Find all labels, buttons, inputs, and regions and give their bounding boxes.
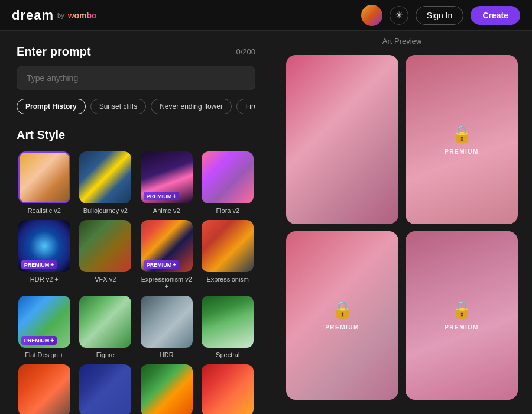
prompt-input[interactable] [17,66,255,90]
logo-by: by [57,12,64,19]
logo-dream: dream [12,8,54,23]
art-style-title: Art Style [17,128,255,142]
art-label-vfx-v2: VFX v2 [95,276,116,283]
art-label-realistic-v2: Realistic v2 [28,207,61,214]
art-thumb-figure [79,296,131,348]
art-item-flora-v2[interactable]: Flora v2 [200,151,256,214]
art-label-figure: Figure [96,351,115,358]
preview-card-1 [286,55,398,224]
art-thumb-buliojourney-v2 [79,151,131,203]
art-item-hdr-v2[interactable]: PREMIUM HDR v2 + [17,220,72,290]
preview-card-2: 🔒 PREMIUM [406,55,518,224]
main-layout: Enter prompt 0/200 Prompt History Sunset… [0,31,532,414]
logo: dream by wombo [12,8,97,23]
art-label-flora-v2: Flora v2 [216,207,239,214]
art-thumb-hdr [141,296,193,348]
art-thumb-expressionism [202,220,254,272]
premium-label-card2: PREMIUM [445,148,479,155]
art-thumb-row4a [18,364,70,414]
lock-icon-card3: 🔒 [332,300,353,319]
art-item-buliojourney-v2[interactable]: Buliojourney v2 [78,151,134,214]
prompt-counter: 0/200 [236,47,255,56]
art-item-vfx-v2[interactable]: VFX v2 [78,220,134,290]
art-thumb-row4d [202,364,254,414]
preview-grid: 🔒 PREMIUM 🔒 PREMIUM 🔒 PREMIUM [286,55,518,400]
art-thumb-expressionism-v2: PREMIUM [141,220,193,272]
art-thumb-vfx-v2 [79,220,131,272]
art-item-flat-design[interactable]: PREMIUM Flat Design + [17,296,72,358]
art-label-flat-design: Flat Design + [25,351,63,358]
left-panel: Enter prompt 0/200 Prompt History Sunset… [0,31,272,414]
art-item-expressionism-v2[interactable]: PREMIUM Expressionism v2 + [139,220,194,290]
art-style-grid: Realistic v2 Buliojourney v2 PREMIUM Ani… [17,151,255,414]
theme-toggle-icon[interactable]: ☀ [390,6,408,25]
art-label-hdr: HDR [160,351,174,358]
art-item-figure[interactable]: Figure [78,296,134,358]
art-thumb-flora-v2 [202,151,254,203]
art-thumb-row4b [79,364,131,414]
art-item-hdr[interactable]: HDR [139,296,194,358]
lock-icon-card2: 🔒 [452,124,472,144]
art-item-anime-v2[interactable]: PREMIUM Anime v2 [139,151,194,214]
prompt-title: Enter prompt [17,45,91,59]
avatar[interactable] [361,5,382,26]
premium-badge-hdr-v2: PREMIUM [21,260,57,269]
art-label-expressionism-v2: Expressionism v2 + [139,276,194,290]
premium-label-card4: PREMIUM [445,324,479,331]
art-label-buliojourney-v2: Buliojourney v2 [83,207,128,214]
tag-sunset-cliffs[interactable]: Sunset cliffs [90,99,146,114]
prompt-header: Enter prompt 0/200 [17,45,255,59]
tag-never-ending-flower[interactable]: Never ending flower [151,99,232,114]
art-label-expressionism: Expressionism [206,276,249,283]
premium-badge-expressionism-v2: PREMIUM [144,260,179,269]
art-item-row4c[interactable] [139,364,194,414]
art-thumb-hdr-v2: PREMIUM [18,220,70,272]
tag-fire-and-w[interactable]: Fire and w [236,99,255,114]
art-thumb-row4c [141,364,193,414]
art-thumb-spectral [202,296,254,348]
art-item-row4b[interactable] [78,364,134,414]
art-preview-title: Art Preview [286,37,518,46]
preview-card-4: 🔒 PREMIUM [406,231,518,400]
tags-row: Prompt History Sunset cliffs Never endin… [17,99,255,114]
create-header-button[interactable]: Create [471,6,520,25]
art-label-hdr-v2: HDR v2 + [30,276,59,283]
art-item-realistic-v2[interactable]: Realistic v2 [17,151,72,214]
header-right: ☀ Sign In Create [361,5,520,26]
art-item-expressionism[interactable]: Expressionism [200,220,256,290]
art-item-spectral[interactable]: Spectral [200,296,256,358]
art-thumb-anime-v2: PREMIUM [141,151,193,203]
tag-prompt-history[interactable]: Prompt History [17,99,86,114]
premium-badge-flat: PREMIUM [21,336,57,345]
header: dream by wombo ☀ Sign In Create [0,0,532,31]
art-label-anime-v2: Anime v2 [153,207,180,214]
art-item-row4d[interactable] [200,364,256,414]
right-panel: Art Preview 🔒 PREMIUM 🔒 PREMIUM 🔒 PREMIU… [272,31,532,414]
art-label-spectral: Spectral [216,351,239,358]
art-thumb-flat-design: PREMIUM [18,296,70,348]
preview-card-3: 🔒 PREMIUM [286,231,398,400]
premium-badge-anime: PREMIUM [144,192,179,200]
lock-icon-card4: 🔒 [452,300,472,319]
art-thumb-realistic-v2 [18,151,70,203]
art-item-row4a[interactable] [17,364,72,414]
logo-wombo: wombo [68,11,97,20]
sign-in-button[interactable]: Sign In [416,6,464,25]
premium-label-card3: PREMIUM [325,324,359,331]
